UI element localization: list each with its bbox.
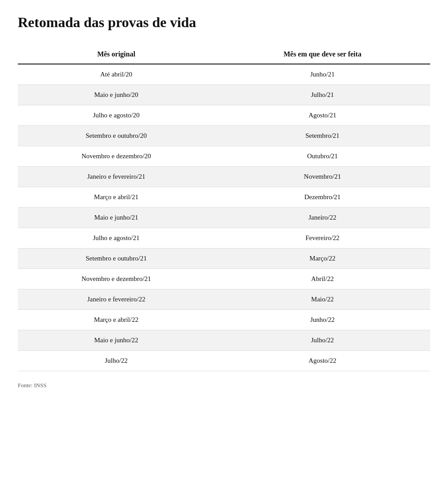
table-row: Março e abril/22Junho/22	[18, 310, 430, 330]
original-month-cell: Maio e junho/20	[18, 85, 215, 105]
original-month-cell: Janeiro e fevereiro/22	[18, 289, 215, 310]
scheduled-month-cell: Fevereiro/22	[215, 228, 430, 248]
scheduled-month-cell: Agosto/21	[215, 105, 430, 126]
original-month-cell: Janeiro e fevereiro/21	[18, 167, 215, 187]
original-month-cell: Julho e agosto/20	[18, 105, 215, 126]
scheduled-month-cell: Julho/22	[215, 330, 430, 351]
table-header-row: Mês original Mês em que deve ser feita	[18, 45, 430, 64]
table-row: Maio e junho/21Janeiro/22	[18, 208, 430, 228]
original-month-cell: Março e abril/22	[18, 310, 215, 330]
original-month-cell: Setembro e outubro/21	[18, 248, 215, 269]
scheduled-month-cell: Agosto/22	[215, 351, 430, 371]
table-row: Março e abril/21Dezembro/21	[18, 187, 430, 208]
table-row: Maio e junho/22Julho/22	[18, 330, 430, 351]
table-row: Maio e junho/20Julho/21	[18, 85, 430, 105]
original-month-cell: Novembro e dezembro/20	[18, 146, 215, 167]
main-table: Mês original Mês em que deve ser feita A…	[18, 45, 430, 371]
scheduled-month-cell: Outubro/21	[215, 146, 430, 167]
scheduled-month-cell: Setembro/21	[215, 126, 430, 146]
scheduled-month-cell: Janeiro/22	[215, 208, 430, 228]
original-month-cell: Julho e agosto/21	[18, 228, 215, 248]
original-month-cell: Maio e junho/21	[18, 208, 215, 228]
scheduled-month-cell: Dezembro/21	[215, 187, 430, 208]
source-label: Fonte: INSS	[18, 382, 430, 389]
original-month-cell: Até abril/20	[18, 64, 215, 85]
table-row: Setembro e outubro/20Setembro/21	[18, 126, 430, 146]
table-row: Janeiro e fevereiro/21Novembro/21	[18, 167, 430, 187]
page-title: Retomada das provas de vida	[18, 14, 430, 31]
original-month-cell: Março e abril/21	[18, 187, 215, 208]
col1-header: Mês original	[18, 45, 215, 64]
scheduled-month-cell: Março/22	[215, 248, 430, 269]
table-row: Julho/22Agosto/22	[18, 351, 430, 371]
original-month-cell: Setembro e outubro/20	[18, 126, 215, 146]
table-row: Janeiro e fevereiro/22Maio/22	[18, 289, 430, 310]
original-month-cell: Novembro e dezembro/21	[18, 269, 215, 289]
table-row: Julho e agosto/20Agosto/21	[18, 105, 430, 126]
table-row: Novembro e dezembro/21Abril/22	[18, 269, 430, 289]
scheduled-month-cell: Julho/21	[215, 85, 430, 105]
table-row: Setembro e outubro/21Março/22	[18, 248, 430, 269]
scheduled-month-cell: Maio/22	[215, 289, 430, 310]
table-row: Julho e agosto/21Fevereiro/22	[18, 228, 430, 248]
original-month-cell: Maio e junho/22	[18, 330, 215, 351]
scheduled-month-cell: Abril/22	[215, 269, 430, 289]
original-month-cell: Julho/22	[18, 351, 215, 371]
scheduled-month-cell: Junho/22	[215, 310, 430, 330]
scheduled-month-cell: Junho/21	[215, 64, 430, 85]
table-row: Até abril/20Junho/21	[18, 64, 430, 85]
col2-header: Mês em que deve ser feita	[215, 45, 430, 64]
table-row: Novembro e dezembro/20Outubro/21	[18, 146, 430, 167]
scheduled-month-cell: Novembro/21	[215, 167, 430, 187]
